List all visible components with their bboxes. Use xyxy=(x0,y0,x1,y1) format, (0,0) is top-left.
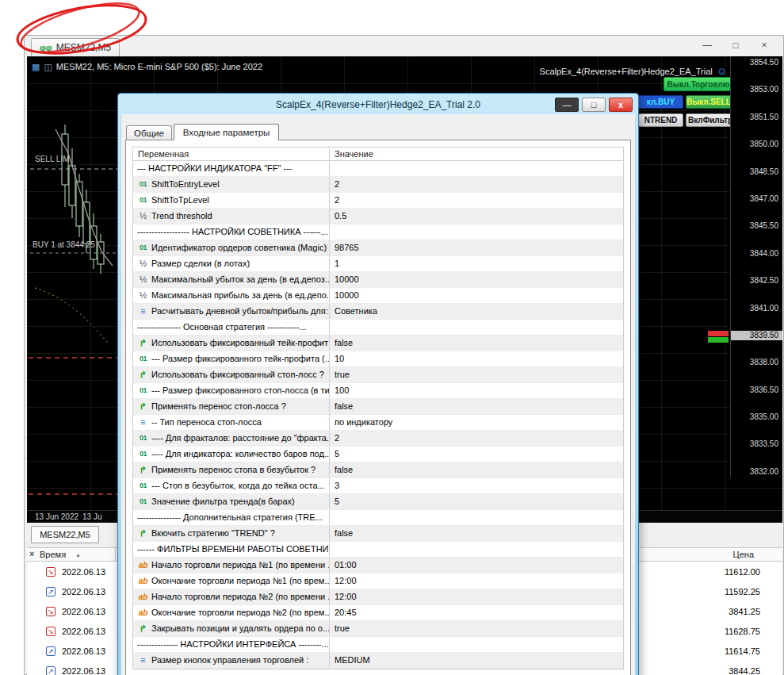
param-value[interactable]: false xyxy=(330,336,623,351)
parameter-row[interactable]: 01 Значение фильтра тренда(в барах) 5 xyxy=(133,494,623,510)
toolbox-symbol-tab[interactable]: MESM22,M5 xyxy=(31,526,99,543)
param-value[interactable]: 10000 xyxy=(330,272,623,287)
parameter-row[interactable]: ab Окончание торговли периода №2 (по вре… xyxy=(133,605,623,621)
tab-inputs[interactable]: Входные параметры xyxy=(174,124,280,140)
window-maximize-button[interactable]: □ xyxy=(725,40,747,51)
ea-smiley-icon[interactable]: ☺ xyxy=(717,65,727,77)
depth-of-market-icon[interactable]: ◫ xyxy=(44,63,52,71)
param-value[interactable]: 2 xyxy=(330,177,623,192)
param-value[interactable]: 2 xyxy=(330,431,623,446)
parameter-row[interactable]: 01 ---- Для фракталов: расстояние до "фр… xyxy=(133,431,623,447)
parameter-row[interactable]: ½ Trend threshold 0.5 xyxy=(133,209,623,224)
parameter-row[interactable]: 01 --- Размер фиксированного стоп-лосса … xyxy=(133,383,623,399)
param-type-icon: ab xyxy=(137,558,149,573)
quotes-grid-icon[interactable]: ▦ xyxy=(32,63,40,71)
param-value[interactable]: MEDIUM xyxy=(330,653,623,668)
filter-button[interactable]: ВклФильтр xyxy=(686,113,735,127)
param-value[interactable] xyxy=(330,510,623,525)
parameter-row[interactable]: 01 ---- Для индикатора: количество баров… xyxy=(133,447,623,462)
param-type-icon: 01 xyxy=(137,193,149,208)
parameter-row[interactable]: ↱ Закрывать позиции и удалять ордера по … xyxy=(133,621,623,637)
parameter-row[interactable]: 01 --- Размер фиксированного тейк-профит… xyxy=(133,351,623,367)
dialog-minimize-button[interactable]: — xyxy=(555,98,579,112)
parameter-row[interactable]: 01 ShiftToTpLevel 2 xyxy=(133,193,623,209)
param-value[interactable]: 3 xyxy=(330,478,623,493)
dialog-close-button[interactable]: x xyxy=(609,98,633,112)
param-type-icon: ab xyxy=(137,573,149,589)
param-value[interactable]: 10000 xyxy=(330,288,623,303)
parameter-row[interactable]: ≡ Расчитывать дневной убыток/прибыль для… xyxy=(133,304,623,320)
param-value[interactable]: 01:00 xyxy=(330,558,623,573)
param-value[interactable]: 0.5 xyxy=(330,209,623,224)
param-value[interactable]: true xyxy=(330,367,623,382)
parameter-row[interactable]: ≡ -- Тип переноса стоп-лосса по индикато… xyxy=(133,415,623,431)
parameter-row[interactable]: ↱ Применять перенос стопа в безубыток ? … xyxy=(133,462,623,478)
param-value[interactable]: false xyxy=(330,526,623,541)
parameter-row[interactable]: -------------- НАСТРОЙКИ ИНТЕРФЕЙСА ----… xyxy=(133,637,623,653)
param-value[interactable]: 12:00 xyxy=(330,573,623,589)
param-value[interactable]: Советника xyxy=(330,304,623,319)
param-value[interactable]: 100 xyxy=(330,383,623,398)
param-type-icon: 01 xyxy=(137,177,149,192)
param-value[interactable]: 2 xyxy=(330,193,623,208)
param-value[interactable]: 1 xyxy=(330,256,623,271)
dialog-titlebar[interactable]: ScalpEx_4(Reverse+Filter)Hedge2_EA_Trial… xyxy=(120,95,636,114)
toggle-buy-button[interactable]: кл.BUY xyxy=(638,95,683,109)
param-value[interactable] xyxy=(330,224,623,240)
param-name: Расчитывать дневной убыток/прибыль для: xyxy=(151,304,328,319)
parameter-row[interactable]: ½ Размер сделки (в лотах) 1 xyxy=(133,256,623,272)
param-value[interactable]: 10 xyxy=(330,351,623,366)
param-value[interactable]: true xyxy=(330,621,623,636)
value-column-header[interactable]: Значение xyxy=(330,148,623,160)
parameter-row[interactable]: ½ Максимальный убыток за день (в ед.депо… xyxy=(133,272,623,288)
param-value[interactable]: 98765 xyxy=(330,240,623,255)
parameter-row[interactable]: ab Начало торговли периода №2 (по времен… xyxy=(133,589,623,605)
indicator-curve xyxy=(35,288,109,345)
parameter-row[interactable]: ½ Максимальная прибыль за день (в ед.деп… xyxy=(133,288,623,304)
parameter-row[interactable]: --- НАСТРОЙКИ ИНДИКАТОРА "FF" --- xyxy=(133,161,623,177)
parameter-row[interactable]: 01 ShiftToEntryLevel 2 xyxy=(133,177,623,193)
parameter-row[interactable]: ↱ Использовать фиксированный стоп-лосс ?… xyxy=(133,367,623,383)
dialog-maximize-button[interactable]: □ xyxy=(582,98,606,112)
parameter-row[interactable]: ------ ФИЛЬТРЫ ВРЕМЕНИ РАБОТЫ СОВЕТНИКА … xyxy=(133,542,623,558)
param-value[interactable]: false xyxy=(330,462,623,477)
parameter-row[interactable]: ab Начало торговли периода №1 (по времен… xyxy=(133,558,623,573)
param-value[interactable]: по индикатору xyxy=(330,415,623,430)
variable-column-header[interactable]: Переменная xyxy=(133,148,330,160)
price-tick: 3838.00 xyxy=(731,358,782,367)
param-value[interactable]: 12:00 xyxy=(330,589,623,604)
chart-tab-mesm22-m5[interactable]: φφ MESM22,M5 xyxy=(31,38,120,56)
order-type-icon: ↗ xyxy=(46,666,55,675)
parameter-row[interactable]: ↱ Применять перенос стоп-лосса ? false xyxy=(133,399,623,415)
window-minimize-button[interactable]: — xyxy=(696,40,718,51)
toolbox-close-icon[interactable]: × xyxy=(29,549,34,558)
trend-button[interactable]: NTREND xyxy=(638,113,683,127)
dialog-title: ScalpEx_4(Reverse+Filter)Hedge2_EA_Trial… xyxy=(276,99,480,110)
order-type-icon: ↗ xyxy=(46,646,55,656)
param-value[interactable]: 5 xyxy=(330,494,623,509)
param-value[interactable]: 20:45 xyxy=(330,605,623,620)
parameter-row[interactable]: 01 --- Стоп в безубыток, когда до тейка … xyxy=(133,478,623,494)
param-value[interactable]: false xyxy=(330,399,623,414)
param-value[interactable] xyxy=(330,637,623,652)
param-value[interactable]: 5 xyxy=(330,447,623,462)
ea-status: ScalpEx_4(Reverse+Filter)Hedge2_EA_Trial… xyxy=(540,65,727,77)
parameter-row[interactable]: ↱ Вкючить стратегию "TREND" ? false xyxy=(133,526,623,542)
price-scale[interactable]: 3854.50 3853.00 3851.50 3850.00 3848.50 … xyxy=(730,56,782,477)
param-value[interactable] xyxy=(330,161,623,176)
param-value[interactable] xyxy=(330,320,623,335)
param-value[interactable] xyxy=(330,542,623,557)
price-column-header[interactable]: Цена xyxy=(664,550,782,559)
parameter-row[interactable]: --------------- Дополнительная стратегия… xyxy=(133,510,623,526)
window-close-button[interactable]: × xyxy=(753,40,775,51)
toggle-sell-button[interactable]: Выкл.SELL xyxy=(686,95,732,109)
parameter-row[interactable]: ab Окончание торговли периода №1 (по вре… xyxy=(133,573,623,589)
parameter-row[interactable]: ------------------ НАСТРОЙКИ СОВЕТНИКА -… xyxy=(133,224,623,240)
parameter-row[interactable]: ≡ Размер кнопок управления торговлей : M… xyxy=(133,653,623,669)
parameter-row[interactable]: ↱ Использовать фиксированный тейк-профит… xyxy=(133,336,623,351)
parameter-row[interactable]: --------------- Основная стратегия -----… xyxy=(133,320,623,336)
toggle-trading-button[interactable]: Выкл.Торговлю xyxy=(664,77,733,91)
time-column-header[interactable]: Время ▲ xyxy=(27,548,116,561)
parameter-row[interactable]: 01 Идентификатор ордеров советника (Magi… xyxy=(133,240,623,256)
param-type-icon: ab xyxy=(137,589,149,604)
